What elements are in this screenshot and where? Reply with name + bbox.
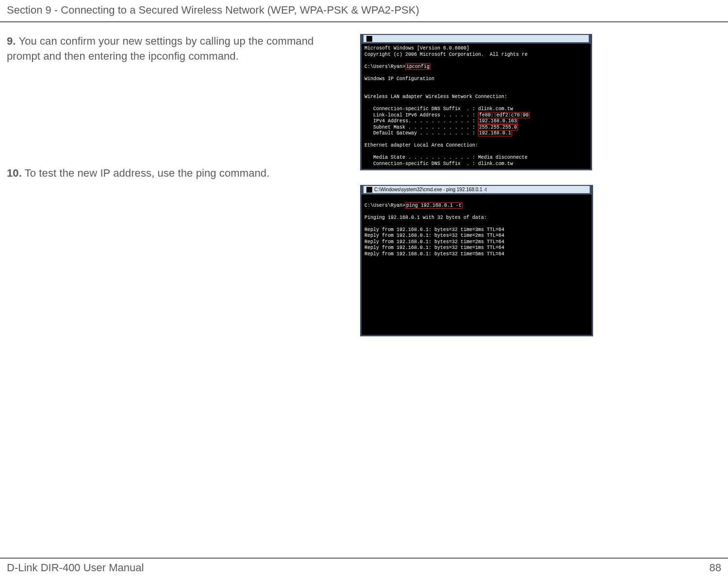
cmd-titlebar xyxy=(364,35,589,42)
cmd-titlebar: C:\Windows\system32\cmd.exe - ping 192.1… xyxy=(364,186,590,193)
footer-page-number: 88 xyxy=(710,562,721,574)
cmd-line: Link-local IPv6 Address . . . . . : xyxy=(364,113,478,118)
cmd-output-ipconfig: Microsoft Windows [Version 6.0.6000] Cop… xyxy=(362,44,591,199)
cmd-line: Default Gateway . . . . . . . . . : xyxy=(364,131,478,136)
cmd-window-ping: C:\Windows\system32\cmd.exe - ping 192.1… xyxy=(360,185,593,336)
section-title: Section 9 - Connecting to a Secured Wire… xyxy=(7,4,419,16)
highlight-gateway: 192.168.0.1 xyxy=(478,130,512,136)
cmd-line: Subnet Mask . . . . . . . . . . . : xyxy=(364,125,478,130)
cmd-line: Reply from 192.168.0.1: bytes=32 time=5m… xyxy=(364,251,504,257)
highlight-ipv4: 192.168.0.103 xyxy=(478,118,518,124)
cmd-line: Reply from 192.168.0.1: bytes=32 time=3m… xyxy=(364,227,504,232)
footer-manual-title: D-Link DIR-400 User Manual xyxy=(7,562,144,574)
cmd-line: C:\Users\Ryan> xyxy=(364,64,405,69)
step-9: 9. You can confirm your new settings by … xyxy=(7,34,347,64)
step-9-number: 9. xyxy=(7,35,16,47)
cmd-line: Tunnel adapter Local Area Connection* 6: xyxy=(364,173,481,179)
cmd-title-text: C:\Windows\system32\cmd.exe - ping 192.1… xyxy=(374,187,487,192)
step-9-text: You can confirm your new settings by cal… xyxy=(7,35,314,62)
cmd-line: Wireless LAN adapter Wireless Network Co… xyxy=(364,94,507,99)
cmd-line: Pinging 192.168.0.1 with 32 bytes of dat… xyxy=(364,215,487,220)
cmd-line: Reply from 192.168.0.1: bytes=32 time=2m… xyxy=(364,239,504,245)
section-header: Section 9 - Connecting to a Secured Wire… xyxy=(0,0,728,22)
cmd-line: C:\Users\Ryan> xyxy=(364,203,405,208)
cmd-window-ipconfig: Microsoft Windows [Version 6.0.6000] Cop… xyxy=(360,34,592,170)
cmd-line: Reply from 192.168.0.1: bytes=32 time=1m… xyxy=(364,245,504,250)
highlight-ping: ping 192.168.0.1 -t xyxy=(405,202,463,209)
step-10-text: To test the new IP address, use the ping… xyxy=(22,167,269,179)
cmd-line: IPv4 Address. . . . . . . . . . . : xyxy=(364,118,478,124)
cmd-line: Ethernet adapter Local Area Connection: xyxy=(364,143,478,148)
highlight-ipconfig: ipconfig xyxy=(405,64,430,70)
cmd-icon xyxy=(366,187,372,193)
cmd-line: Copyright (c) 2006 Microsoft Corporation… xyxy=(364,52,528,57)
cmd-line: Connection-specific DNS Suffix . : dlink… xyxy=(364,106,513,112)
cmd-line: Reply from 192.168.0.1: bytes=32 time=2m… xyxy=(364,233,504,238)
cmd-output-ping: C:\Users\Ryan>ping 192.168.0.1 -t Pingin… xyxy=(362,195,592,259)
cmd-line: Windows IP Configuration xyxy=(364,76,434,82)
step-10: 10. To test the new IP address, use the … xyxy=(7,166,347,181)
step-10-number: 10. xyxy=(7,167,22,179)
highlight-subnet: 255.255.255.0 xyxy=(478,124,518,131)
screenshots-column: Microsoft Windows [Version 6.0.6000] Cop… xyxy=(356,34,721,351)
instructions-column: 9. You can confirm your new settings by … xyxy=(7,34,356,351)
page-content: 9. You can confirm your new settings by … xyxy=(0,22,728,363)
highlight-ipv6: fe80::edf2:c78:90 xyxy=(478,112,529,118)
cmd-line: Connection-specific DNS Suffix . : dlink… xyxy=(364,161,513,166)
cmd-icon xyxy=(366,36,372,42)
page-footer: D-Link DIR-400 User Manual 88 xyxy=(0,558,728,579)
cmd-line: Microsoft Windows [Version 6.0.6000] xyxy=(364,46,469,51)
cmd-line: Media State . . . . . . . . . . . : Medi… xyxy=(364,155,528,160)
